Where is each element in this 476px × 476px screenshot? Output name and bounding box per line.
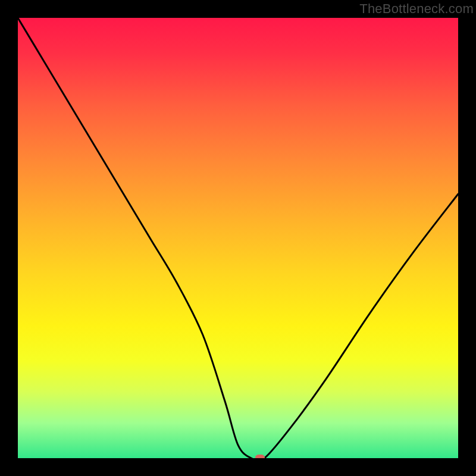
curve-path	[18, 18, 458, 458]
plot-area	[18, 18, 458, 458]
chart-frame: TheBottleneck.com	[0, 0, 476, 476]
optimal-marker	[255, 455, 265, 458]
watermark-text: TheBottleneck.com	[359, 1, 474, 17]
bottleneck-curve	[18, 18, 458, 458]
